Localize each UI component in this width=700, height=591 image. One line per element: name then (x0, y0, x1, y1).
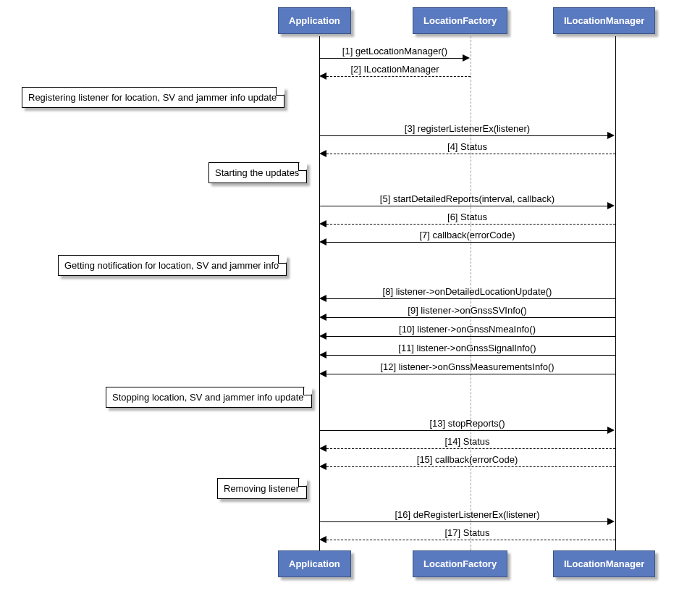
arrow-9 (326, 317, 615, 318)
arrow-6 (326, 224, 615, 225)
message-2: [2] ILocationManager (319, 64, 471, 75)
arrow-11 (326, 355, 615, 356)
arrowhead-6 (319, 220, 326, 227)
arrow-12 (326, 374, 615, 374)
message-1: [1] getLocationManager() (319, 46, 471, 56)
message-10: [10] listener->onGnssNmeaInfo() (319, 324, 615, 335)
arrowhead-14 (319, 445, 326, 452)
arrow-15 (326, 466, 615, 467)
message-6: [6] Status (319, 211, 615, 222)
arrow-14 (326, 448, 615, 449)
participant-locationfactory-bottom: LocationFactory (413, 550, 507, 577)
participant-application-top: Application (278, 7, 351, 34)
message-13: [13] stopReports() (319, 418, 615, 429)
arrow-2 (326, 76, 471, 77)
arrow-10 (326, 336, 615, 337)
arrowhead-8 (319, 295, 326, 302)
note-removing: Removing listener (217, 478, 307, 499)
arrow-17 (326, 540, 615, 540)
note-getting: Getting notification for location, SV an… (58, 255, 287, 276)
note-starting: Starting the updates (208, 162, 307, 183)
arrowhead-2 (319, 72, 326, 80)
message-5: [5] startDetailedReports(interval, callb… (319, 193, 615, 204)
participant-locationfactory-top: LocationFactory (413, 7, 507, 34)
arrow-8 (326, 298, 615, 299)
participant-application-bottom: Application (278, 550, 351, 577)
message-8: [8] listener->onDetailedLocationUpdate() (319, 286, 615, 297)
message-7: [7] callback(errorCode) (319, 230, 615, 240)
arrowhead-9 (319, 314, 326, 321)
arrow-5 (319, 206, 608, 206)
note-registering: Registering listener for location, SV an… (22, 87, 284, 108)
participant-ilocationmanager-bottom: ILocationManager (553, 550, 655, 577)
message-16: [16] deRegisterListenerEx(listener) (319, 509, 615, 520)
message-4: [4] Status (319, 141, 615, 152)
arrow-13 (319, 430, 608, 431)
arrowhead-17 (319, 536, 326, 543)
message-12: [12] listener->onGnssMeasurementsInfo() (319, 361, 615, 372)
message-11: [11] listener->onGnssSignalInfo() (319, 343, 615, 353)
arrowhead-13 (607, 427, 615, 434)
arrowhead-3 (607, 132, 615, 139)
sequence-diagram: Application LocationFactory ILocationMan… (7, 7, 693, 584)
arrow-7 (326, 242, 615, 243)
arrow-16 (319, 521, 608, 522)
message-17: [17] Status (319, 527, 615, 538)
note-stopping: Stopping location, SV and jammer info up… (106, 387, 312, 408)
arrowhead-4 (319, 150, 326, 157)
arrowhead-10 (319, 332, 326, 340)
arrowhead-11 (319, 351, 326, 359)
message-14: [14] Status (319, 436, 615, 447)
arrowhead-16 (607, 518, 615, 525)
arrow-4 (326, 154, 615, 154)
message-9: [9] listener->onGnssSVInfo() (319, 305, 615, 316)
arrowhead-7 (319, 238, 326, 246)
arrowhead-5 (607, 202, 615, 209)
lifeline-ilocationmanager (615, 36, 616, 550)
arrow-1 (319, 58, 463, 59)
participant-ilocationmanager-top: ILocationManager (553, 7, 655, 34)
arrowhead-12 (319, 370, 326, 377)
message-3: [3] registerListenerEx(listener) (319, 123, 615, 134)
arrowhead-1 (463, 54, 470, 62)
arrow-3 (319, 135, 608, 136)
arrowhead-15 (319, 463, 326, 470)
message-15: [15] callback(errorCode) (319, 454, 615, 465)
